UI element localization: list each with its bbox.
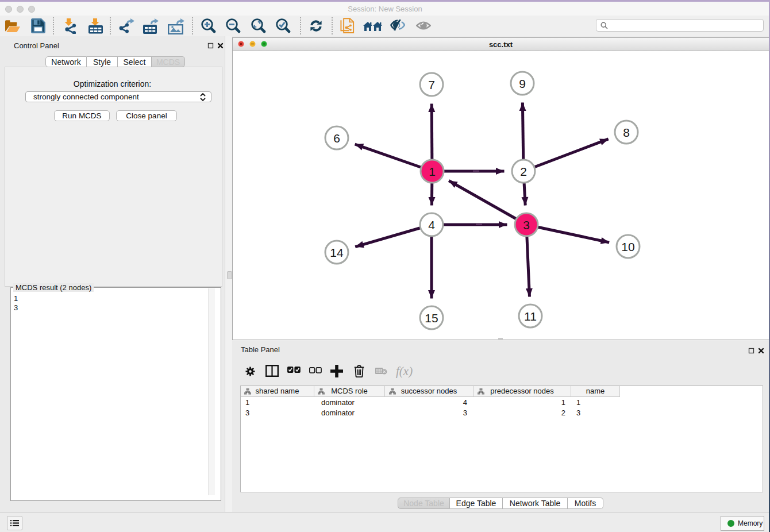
svg-text:15: 15 — [425, 311, 438, 325]
svg-text:9: 9 — [519, 77, 526, 90]
svg-text:3: 3 — [523, 218, 530, 232]
svg-text:11: 11 — [524, 310, 537, 323]
svg-text:7: 7 — [428, 78, 435, 91]
svg-text:10: 10 — [621, 240, 634, 253]
svg-text:8: 8 — [623, 126, 630, 139]
svg-text:4: 4 — [428, 218, 435, 232]
svg-text:1: 1 — [429, 165, 436, 178]
svg-text:2: 2 — [520, 165, 527, 178]
svg-text:14: 14 — [330, 246, 344, 259]
svg-text:6: 6 — [333, 132, 340, 145]
